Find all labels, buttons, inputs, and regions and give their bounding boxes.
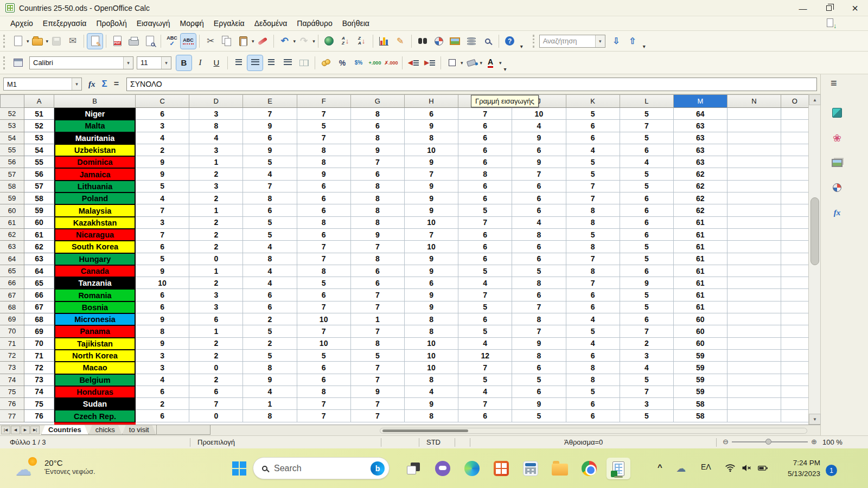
- column-header-F[interactable]: F: [297, 94, 351, 108]
- cell-rank[interactable]: 63: [24, 253, 54, 265]
- cell-score[interactable]: 10: [512, 108, 566, 120]
- cell-score[interactable]: 2: [189, 338, 243, 350]
- cell-country[interactable]: South Korea: [54, 241, 136, 253]
- cell-score[interactable]: 4: [136, 132, 189, 144]
- row-header[interactable]: 70: [0, 325, 24, 337]
- cell-country[interactable]: Poland: [54, 192, 136, 204]
- cell-score[interactable]: 4: [243, 241, 297, 253]
- cell-empty[interactable]: [781, 144, 808, 156]
- cell-score[interactable]: 6: [297, 229, 351, 241]
- cell-score[interactable]: 7: [458, 362, 512, 374]
- borders-button[interactable]: [444, 55, 459, 70]
- cell-empty[interactable]: [727, 144, 781, 156]
- next-sheet-button[interactable]: ▶: [21, 426, 30, 434]
- cell-empty[interactable]: [781, 277, 808, 289]
- cell-score[interactable]: 8: [512, 313, 566, 325]
- cell-score[interactable]: 9: [405, 253, 458, 265]
- cell-score[interactable]: 6: [351, 168, 405, 180]
- cell-country[interactable]: Canada: [54, 265, 136, 277]
- cell-score[interactable]: 6: [458, 144, 512, 156]
- cell-score[interactable]: 6: [458, 410, 512, 422]
- cell-rank[interactable]: 73: [24, 374, 54, 386]
- cell-empty[interactable]: [727, 362, 781, 374]
- cell-empty[interactable]: [781, 374, 808, 386]
- cell-empty[interactable]: [727, 265, 781, 277]
- column-header-G[interactable]: G: [351, 94, 405, 108]
- battery-icon[interactable]: [757, 463, 768, 473]
- cell-score[interactable]: 6: [512, 204, 566, 216]
- cell-country[interactable]: Mauritania: [54, 132, 136, 144]
- print-preview-button[interactable]: [142, 34, 157, 49]
- sidebar-tab-gallery[interactable]: [830, 156, 844, 170]
- add-decimal-button[interactable]: +.000: [367, 55, 382, 70]
- cell-score[interactable]: 8: [566, 374, 620, 386]
- cell-score[interactable]: 6: [620, 229, 674, 241]
- underline-button[interactable]: U: [209, 55, 224, 70]
- spellcheck-button[interactable]: ABC✓: [164, 34, 180, 49]
- cell-rank[interactable]: 52: [24, 120, 54, 132]
- cell-score[interactable]: 7: [458, 108, 512, 120]
- row-header[interactable]: 57: [0, 168, 24, 180]
- column-header-N[interactable]: N: [727, 94, 781, 108]
- cell-score[interactable]: 6: [297, 362, 351, 374]
- chrome-app-button[interactable]: [577, 458, 601, 479]
- row-header[interactable]: 55: [0, 144, 24, 156]
- cell-score[interactable]: 2: [189, 277, 243, 289]
- cell-score[interactable]: 6: [458, 229, 512, 241]
- cell-score[interactable]: 7: [458, 398, 512, 410]
- cell-score[interactable]: 4: [243, 265, 297, 277]
- start-button[interactable]: [228, 457, 251, 480]
- cell-score[interactable]: 4: [620, 156, 674, 168]
- row-header[interactable]: 68: [0, 301, 24, 313]
- cell-score[interactable]: 8: [458, 168, 512, 180]
- decrease-indent-button[interactable]: ◀: [406, 55, 421, 70]
- selection-mode[interactable]: STD: [426, 438, 441, 446]
- horizontal-scrollbar[interactable]: [380, 428, 807, 434]
- column-header-M[interactable]: M: [674, 94, 727, 108]
- cell-empty[interactable]: [727, 132, 781, 144]
- cell-score[interactable]: 4: [136, 192, 189, 204]
- cell-score[interactable]: 5: [620, 410, 674, 422]
- cell-rank[interactable]: 56: [24, 168, 54, 180]
- cell-score[interactable]: 6: [243, 301, 297, 313]
- cell-score[interactable]: 9: [405, 120, 458, 132]
- cell-country[interactable]: Bosnia: [54, 301, 136, 313]
- cell-total[interactable]: 63: [674, 156, 727, 168]
- cell-country[interactable]: Sudan: [54, 398, 136, 410]
- cell-score[interactable]: 1: [189, 204, 243, 216]
- cell-total[interactable]: 62: [674, 204, 727, 216]
- cell-total[interactable]: 63: [674, 132, 727, 144]
- cell-total[interactable]: 61: [674, 253, 727, 265]
- cell-score[interactable]: 6: [458, 241, 512, 253]
- cell-country[interactable]: Macao: [54, 362, 136, 374]
- cell-score[interactable]: 2: [243, 338, 297, 350]
- cell-score[interactable]: 7: [512, 325, 566, 337]
- zoom-slider[interactable]: [732, 441, 808, 442]
- cell-score[interactable]: 8: [566, 241, 620, 253]
- zoom-button[interactable]: [480, 34, 495, 49]
- cell-score[interactable]: 4: [243, 277, 297, 289]
- cell-score[interactable]: 7: [566, 277, 620, 289]
- cell-score[interactable]: 5: [458, 204, 512, 216]
- find-toolbar-overflow-button[interactable]: ▾: [641, 43, 648, 49]
- cell-score[interactable]: 8: [297, 144, 351, 156]
- cell-empty[interactable]: [781, 132, 808, 144]
- cell-score[interactable]: 1: [189, 156, 243, 168]
- cell-score[interactable]: 7: [351, 301, 405, 313]
- chat-app-button[interactable]: [431, 458, 455, 479]
- cell-total[interactable]: 63: [674, 144, 727, 156]
- cell-total[interactable]: 59: [674, 386, 727, 398]
- cell-score[interactable]: 4: [136, 374, 189, 386]
- hyperlink-button[interactable]: [322, 34, 337, 49]
- cell-score[interactable]: 9: [512, 132, 566, 144]
- cell-score[interactable]: 7: [458, 217, 512, 229]
- cell-score[interactable]: 9: [243, 374, 297, 386]
- menu-item[interactable]: Παράθυρο: [292, 17, 337, 29]
- cell-score[interactable]: 8: [405, 374, 458, 386]
- background-color-button[interactable]: [464, 55, 479, 70]
- cell-total[interactable]: 62: [674, 192, 727, 204]
- sidebar-tab-navigator[interactable]: [830, 181, 844, 195]
- undo-dropdown[interactable]: ▾: [293, 38, 296, 44]
- cell-score[interactable]: 10: [405, 217, 458, 229]
- cell-score[interactable]: 1: [243, 398, 297, 410]
